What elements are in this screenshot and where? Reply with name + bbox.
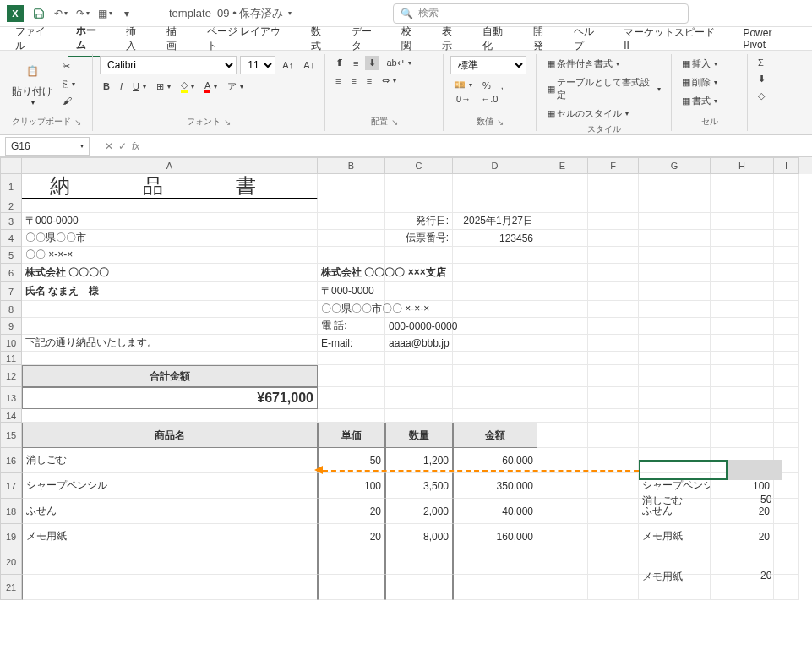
merge-icon[interactable]: ⇔▾ [379, 74, 400, 88]
cell[interactable]: 60,000 [453, 448, 537, 473]
cell[interactable]: 合計金額 [22, 365, 318, 387]
qat-overflow-icon[interactable]: ▾ [118, 5, 135, 22]
align-right-icon[interactable]: ≡ [363, 74, 375, 88]
row-header[interactable]: 16 [0, 448, 22, 473]
row-header[interactable]: 8 [0, 301, 22, 318]
cell[interactable]: 50 [318, 448, 385, 473]
border-button[interactable]: ⊞▾ [153, 79, 174, 94]
cell[interactable]: 20 [760, 570, 771, 582]
autosum-icon[interactable]: Σ [755, 56, 775, 69]
number-dialog-launcher[interactable]: ↘ [497, 117, 504, 127]
percent-icon[interactable]: % [479, 79, 494, 92]
cell[interactable]: ¥671,000 [22, 387, 318, 409]
col-header[interactable]: D [453, 157, 537, 174]
cell[interactable]: 〒000-0000 [22, 213, 318, 230]
decrease-font-icon[interactable]: A↓ [300, 58, 318, 72]
menu-tab[interactable]: ページ レイアウト [199, 21, 299, 57]
row-header[interactable]: 20 [0, 549, 22, 575]
menu-tab[interactable]: ファイル [7, 21, 64, 57]
cell[interactable]: 50 [760, 494, 771, 505]
format-as-table-button[interactable]: ▦ テーブルとして書式設定▾ [543, 74, 664, 103]
cell[interactable]: E-mail: [318, 335, 385, 352]
cell[interactable]: 消しごむ [22, 448, 318, 473]
row-header[interactable]: 21 [0, 575, 22, 600]
align-bottom-icon[interactable]: ⬇̲ [365, 56, 379, 70]
row-header[interactable]: 2 [0, 199, 22, 213]
cell[interactable]: 単価 [318, 423, 385, 448]
row-header[interactable]: 13 [0, 387, 22, 409]
fill-icon[interactable]: ⬇ [755, 72, 775, 86]
font-size-select[interactable]: 11 [240, 56, 275, 74]
bold-button[interactable]: B [100, 79, 113, 93]
cell[interactable]: 株式会社 〇〇〇〇 [22, 264, 318, 282]
formula-bar[interactable] [139, 137, 812, 156]
cell[interactable]: 〇〇県〇〇市 [22, 230, 318, 247]
align-dialog-launcher[interactable]: ↘ [391, 117, 398, 127]
row-header[interactable]: 6 [0, 264, 22, 282]
redo-icon[interactable]: ↷▾ [74, 5, 91, 22]
row-header[interactable]: 14 [0, 409, 22, 423]
cell[interactable]: 発行日: [385, 213, 453, 230]
align-center-icon[interactable]: ≡ [347, 74, 359, 88]
document-title[interactable]: template_09 • 保存済み▾ [169, 6, 292, 21]
copy-icon[interactable]: ⎘▾ [59, 77, 79, 90]
cell[interactable]: 350,000 [453, 473, 537, 499]
font-name-select[interactable]: Calibri [100, 56, 237, 74]
paste-button[interactable]: 📋 貼り付け▾ [7, 56, 57, 108]
cell[interactable]: 金額 [453, 423, 537, 448]
row-header[interactable]: 7 [0, 282, 22, 301]
col-header[interactable]: B [318, 157, 385, 174]
cell[interactable]: 123456 [453, 230, 537, 247]
cell[interactable]: シャープペンシル [22, 473, 318, 499]
enter-formula-icon[interactable]: ✓ [118, 140, 127, 152]
cell[interactable]: 消しごむ [642, 494, 683, 508]
col-header[interactable]: I [774, 157, 799, 174]
cell[interactable]: 電 話: [318, 318, 385, 335]
name-box[interactable]: G16▾ [5, 137, 90, 156]
row-header[interactable]: 11 [0, 352, 22, 365]
cell[interactable]: 20 [711, 524, 774, 549]
cell[interactable]: 数量 [385, 423, 453, 448]
menu-tab[interactable]: 自動化 [474, 21, 521, 57]
menu-tab[interactable]: 校閲 [393, 21, 430, 57]
underline-button[interactable]: U▾ [129, 79, 150, 93]
row-header[interactable]: 19 [0, 524, 22, 549]
menu-tab[interactable]: 表示 [433, 21, 471, 57]
cut-icon[interactable]: ✂ [59, 59, 79, 74]
row-header[interactable]: 1 [0, 174, 22, 199]
menu-tab[interactable]: データ [343, 21, 390, 57]
cell[interactable]: 40,000 [453, 499, 537, 524]
number-format-select[interactable]: 標準 [450, 56, 526, 74]
wrap-text-icon[interactable]: ab↵▾ [383, 56, 414, 70]
cell[interactable]: 伝票番号: [385, 230, 453, 247]
fx-icon[interactable]: fx [132, 140, 139, 152]
cell[interactable]: 〇〇 ×-×-× [22, 247, 318, 264]
col-header[interactable]: C [385, 157, 453, 174]
menu-tab[interactable]: Power Pivot [734, 24, 805, 54]
row-header[interactable]: 12 [0, 365, 22, 387]
undo-icon[interactable]: ↶▾ [52, 5, 69, 22]
menu-tab[interactable]: ヘルプ [565, 21, 613, 57]
menu-tab[interactable]: 挿入 [117, 21, 155, 57]
cell[interactable]: メモ用紙 [642, 570, 683, 584]
increase-decimal-icon[interactable]: .0→ [450, 92, 474, 106]
cell[interactable]: 商品名 [22, 423, 318, 448]
row-header[interactable]: 10 [0, 335, 22, 352]
row-header[interactable]: 17 [0, 473, 22, 499]
cell[interactable]: 8,000 [385, 524, 453, 549]
col-header[interactable]: F [588, 157, 639, 174]
clear-icon[interactable]: ◇ [755, 89, 775, 103]
cell[interactable]: メモ用紙 [639, 524, 711, 549]
conditional-format-button[interactable]: ▦ 条件付き書式▾ [543, 56, 664, 72]
cell-title[interactable]: 納 品 書 [22, 174, 318, 199]
fill-color-button[interactable]: ◇▾ [177, 78, 198, 95]
phonetic-button[interactable]: ア▾ [224, 79, 247, 95]
row-header[interactable]: 3 [0, 213, 22, 230]
cell-styles-button[interactable]: ▦ セルのスタイル▾ [543, 106, 664, 122]
cell[interactable]: 20 [318, 524, 385, 549]
font-color-button[interactable]: A▾ [201, 79, 221, 95]
italic-button[interactable]: I [117, 79, 126, 93]
menu-tab[interactable]: 描画 [158, 21, 195, 57]
row-header[interactable]: 5 [0, 247, 22, 264]
cell[interactable]: 2,000 [385, 499, 453, 524]
